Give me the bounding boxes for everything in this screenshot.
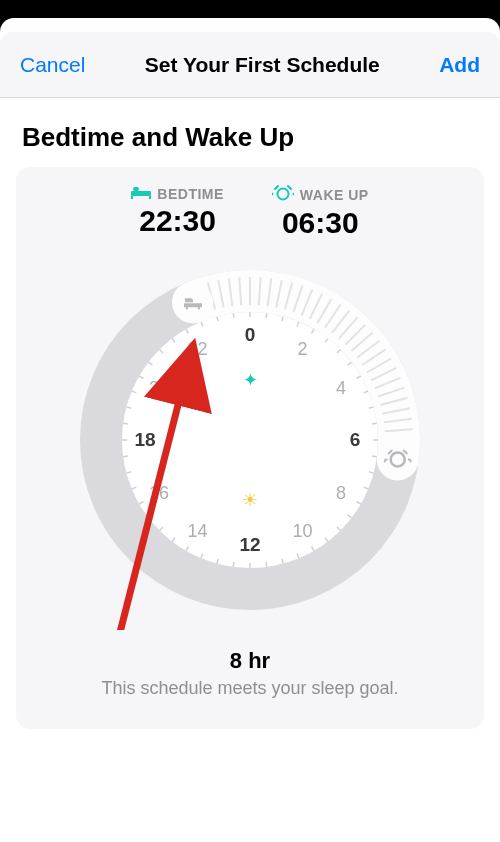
svg-line-14: [348, 362, 352, 365]
wakeup-handle[interactable]: [378, 439, 418, 479]
svg-line-10: [297, 322, 299, 327]
svg-point-4: [277, 189, 288, 200]
nav-bar: Cancel Set Your First Schedule Add: [0, 32, 500, 98]
svg-line-39: [139, 502, 143, 505]
bedtime-column: BEDTIME 22:30: [131, 185, 224, 240]
svg-line-38: [148, 515, 152, 518]
svg-line-35: [186, 547, 189, 551]
wakeup-column: WAKE UP 06:30: [272, 185, 369, 240]
wakeup-label: WAKE UP: [300, 187, 369, 203]
bed-icon: [131, 185, 151, 202]
cancel-button[interactable]: Cancel: [20, 53, 85, 77]
clock-hour-2: 2: [297, 339, 307, 360]
svg-line-49: [159, 349, 163, 353]
clock-hour-6: 6: [350, 429, 361, 451]
svg-line-18: [372, 423, 377, 424]
section-title: Bedtime and Wake Up: [22, 122, 484, 153]
clock-hour-16: 16: [149, 482, 169, 503]
svg-line-34: [201, 554, 203, 559]
svg-line-23: [357, 502, 361, 505]
clock-hour-18: 18: [134, 429, 155, 451]
clock-hour-14: 14: [187, 520, 207, 541]
sleep-dial[interactable]: 0246810121416182022 ✦ ☀: [60, 250, 440, 630]
svg-rect-1: [131, 196, 133, 199]
sparkle-icon: ✦: [243, 369, 258, 391]
add-button[interactable]: Add: [439, 53, 480, 77]
svg-line-30: [266, 562, 267, 567]
svg-line-16: [364, 391, 369, 393]
svg-line-46: [132, 391, 137, 393]
svg-line-12: [325, 338, 328, 342]
svg-line-27: [312, 547, 315, 551]
svg-line-53: [217, 316, 218, 321]
clock-hour-4: 4: [336, 377, 346, 398]
svg-line-8: [266, 313, 267, 318]
sun-icon: ☀: [242, 489, 258, 511]
svg-line-33: [217, 559, 218, 564]
svg-line-44: [123, 423, 128, 424]
svg-line-40: [132, 487, 137, 489]
svg-point-84: [378, 439, 418, 479]
svg-line-50: [172, 338, 175, 342]
svg-line-20: [372, 456, 377, 457]
svg-line-36: [172, 538, 175, 542]
svg-line-42: [123, 456, 128, 457]
clock-hour-20: 20: [149, 377, 169, 398]
svg-line-13: [337, 349, 341, 353]
summary-note: This schedule meets your sleep goal.: [26, 678, 474, 699]
svg-line-41: [126, 472, 131, 473]
svg-line-37: [159, 527, 163, 531]
bedtime-value: 22:30: [131, 204, 224, 238]
summary-hours: 8 hr: [26, 648, 474, 674]
svg-line-52: [201, 322, 203, 327]
svg-line-54: [233, 313, 234, 318]
svg-rect-2: [149, 196, 151, 199]
schedule-card: BEDTIME 22:30 WAKE UP 06:30: [16, 167, 484, 729]
svg-rect-3: [133, 187, 139, 191]
bedtime-label: BEDTIME: [157, 186, 224, 202]
svg-line-22: [364, 487, 369, 489]
svg-line-47: [139, 376, 143, 379]
clock-hour-22: 22: [187, 339, 207, 360]
svg-line-48: [148, 362, 152, 365]
clock-hour-10: 10: [292, 520, 312, 541]
svg-line-45: [126, 407, 131, 408]
clock-hour-0: 0: [245, 324, 256, 346]
svg-line-28: [297, 554, 299, 559]
svg-line-51: [186, 329, 189, 333]
svg-line-29: [282, 559, 283, 564]
clock-hour-8: 8: [336, 482, 346, 503]
bedtime-handle[interactable]: [173, 282, 213, 322]
svg-line-32: [233, 562, 234, 567]
svg-line-26: [325, 538, 328, 542]
svg-line-24: [348, 515, 352, 518]
wakeup-value: 06:30: [272, 206, 369, 240]
svg-line-25: [337, 527, 341, 531]
alarm-icon: [272, 185, 294, 204]
clock-hour-12: 12: [239, 534, 260, 556]
svg-line-21: [369, 472, 374, 473]
nav-title: Set Your First Schedule: [145, 53, 380, 77]
svg-line-17: [369, 407, 374, 408]
svg-line-9: [282, 316, 283, 321]
svg-line-15: [357, 376, 361, 379]
svg-line-11: [312, 329, 315, 333]
svg-rect-0: [131, 191, 151, 196]
